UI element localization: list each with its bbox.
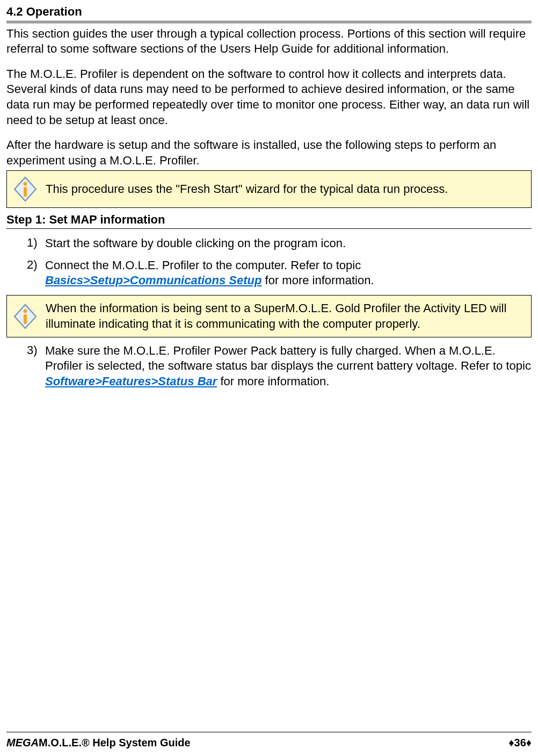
svg-rect-2 [24,187,27,197]
link-status-bar[interactable]: Software>Features>Status Bar [45,375,217,388]
list-item-text: Start the software by double clicking on… [45,236,532,251]
footer-brand-rest: M.O.L.E.® Help System Guide [39,737,191,748]
list-item-text: Connect the M.O.L.E. Profiler to the com… [45,258,532,289]
footer-page-number: ♦36♦ [508,736,532,750]
info-icon [12,304,38,329]
svg-rect-5 [24,314,27,324]
intro-paragraph-2: The M.O.L.E. Profiler is dependent on th… [6,67,532,128]
note-box-fresh-start: This procedure uses the "Fresh Start" wi… [6,170,532,208]
list-item-text-after: for more information. [217,375,329,388]
step-heading: Step 1: Set MAP information [6,212,532,228]
note-text: This procedure uses the "Fresh Start" wi… [46,182,526,197]
list-item-text-after: for more information. [261,273,374,287]
list-item-text-before: Connect the M.O.L.E. Profiler to the com… [45,258,361,272]
link-communications-setup[interactable]: Basics>Setup>Communications Setup [45,273,261,287]
section-rule [6,21,532,23]
step-rule [6,228,532,229]
list-item-text-before: Make sure the M.O.L.E. Profiler Power Pa… [45,344,531,373]
footer-title: MEGAM.O.L.E.® Help System Guide [6,736,191,750]
svg-point-1 [24,182,27,186]
list-item: 3) Make sure the M.O.L.E. Profiler Power… [27,343,532,389]
list-item-number: 1) [27,235,43,251]
note-box-activity-led: When the information is being sent to a … [6,295,532,337]
footer-brand-prefix: MEGA [6,737,39,748]
list-item-number: 3) [27,343,43,358]
list-item-number: 2) [27,257,43,273]
list-item: 1) Start the software by double clicking… [27,235,532,251]
section-heading: 4.2 Operation [6,4,532,20]
list-item-text: Make sure the M.O.L.E. Profiler Power Pa… [45,343,532,390]
list-item: 2) Connect the M.O.L.E. Profiler to the … [27,257,532,289]
info-icon [12,176,38,202]
page-footer: MEGAM.O.L.E.® Help System Guide ♦36♦ [6,732,532,750]
svg-point-4 [24,309,27,313]
note-text: When the information is being sent to a … [46,301,526,332]
intro-paragraph-1: This section guides the user through a t… [6,26,532,57]
intro-paragraph-3: After the hardware is setup and the soft… [6,138,532,168]
